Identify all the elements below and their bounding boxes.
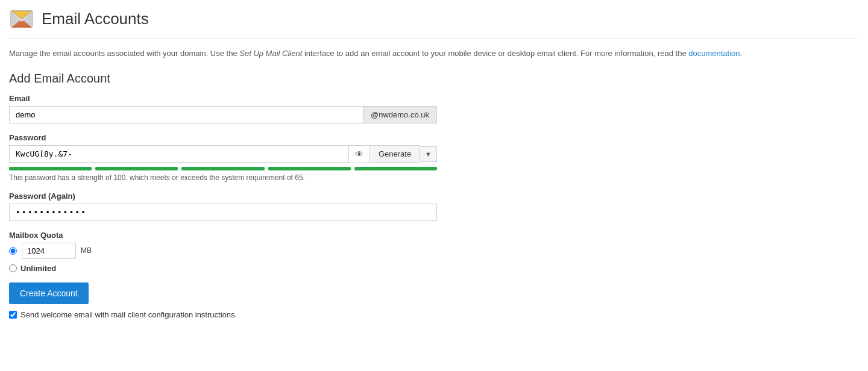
strength-bar-2 (95, 167, 178, 170)
welcome-row: Send welcome email with mail client conf… (9, 310, 859, 319)
strength-bar-1 (9, 167, 92, 170)
generate-dropdown-button[interactable]: ▼ (420, 146, 437, 162)
strength-text: This password has a strength of 100, whi… (9, 173, 859, 182)
password-group: Password 👁 Generate ▼ This password has … (9, 133, 859, 182)
email-row: @nwdemo.co.uk (9, 106, 437, 123)
documentation-link[interactable]: documentation (688, 49, 740, 58)
email-label: Email (9, 94, 859, 103)
unlimited-radio[interactable] (9, 264, 17, 272)
generate-button[interactable]: Generate (370, 145, 420, 163)
strength-bar-5 (354, 167, 437, 170)
welcome-email-checkbox[interactable] (9, 311, 17, 319)
page-title: Email Accounts (42, 10, 149, 28)
email-accounts-icon (9, 6, 34, 31)
toggle-password-button[interactable]: 👁 (348, 145, 370, 163)
password-input[interactable] (9, 145, 348, 163)
description-text-before: Manage the email accounts associated wit… (9, 49, 239, 58)
email-group: Email @nwdemo.co.uk (9, 94, 859, 123)
domain-badge: @nwdemo.co.uk (363, 106, 437, 123)
create-account-button[interactable]: Create Account (9, 282, 89, 304)
quota-row: MB (9, 243, 859, 259)
quota-unit: MB (81, 246, 92, 255)
email-input[interactable] (9, 106, 363, 123)
unlimited-label: Unlimited (20, 264, 56, 273)
welcome-label: Send welcome email with mail client conf… (20, 310, 237, 319)
description-text-after: . (740, 49, 743, 58)
mail-client-link-text: Set Up Mail Client (239, 49, 302, 58)
page-description: Manage the email accounts associated wit… (9, 48, 859, 60)
password-row: 👁 Generate ▼ (9, 145, 437, 163)
quota-input[interactable] (22, 243, 76, 259)
unlimited-row: Unlimited (9, 264, 859, 273)
quota-radio[interactable] (9, 247, 17, 255)
password-label: Password (9, 133, 859, 142)
strength-bar-3 (181, 167, 264, 170)
strength-bars (9, 167, 437, 170)
quota-group: Mailbox Quota MB Unlimited (9, 231, 859, 273)
password-again-group: Password (Again) (9, 192, 859, 221)
password-again-label: Password (Again) (9, 192, 859, 201)
section-title: Add Email Account (9, 72, 859, 86)
password-again-input[interactable] (9, 204, 437, 221)
page-header: Email Accounts (9, 6, 859, 39)
strength-bar-4 (268, 167, 351, 170)
description-text-middle: interface to add an email account to you… (302, 49, 688, 58)
quota-label: Mailbox Quota (9, 231, 859, 240)
